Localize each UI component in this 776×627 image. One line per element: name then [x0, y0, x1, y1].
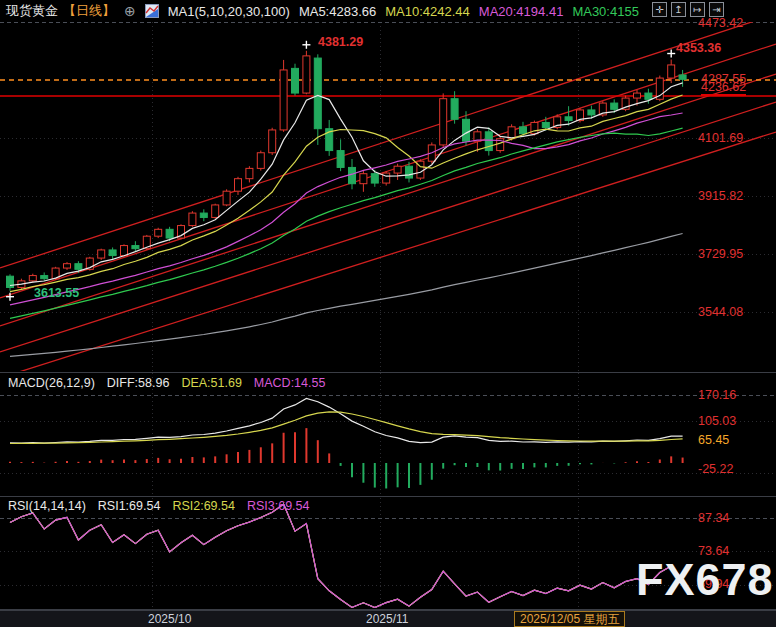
y-axis-label: 3544.08	[698, 305, 743, 319]
candle	[634, 93, 641, 98]
macd-macd-value: MACD:14.55	[254, 376, 326, 390]
candle	[223, 191, 230, 205]
price-chart-canvas[interactable]	[0, 0, 776, 627]
macd-dea-value: DEA:51.69	[181, 376, 241, 390]
candle	[668, 65, 675, 78]
rsi-title: RSI(14,14,14)	[8, 499, 86, 513]
trend-lines	[0, 14, 776, 378]
symbol-name: 现货黄金	[6, 2, 58, 20]
macd-diff-value: DIFF:58.96	[107, 376, 170, 390]
fx678-watermark: FX678	[636, 554, 774, 606]
recent-high-label: 4353.36	[676, 41, 721, 55]
candle	[200, 213, 207, 217]
macd-axis-label: 170.16	[698, 388, 736, 402]
candle	[349, 167, 356, 183]
candle	[451, 99, 458, 120]
move-icon[interactable]: ✛	[652, 2, 667, 17]
rsi-header: RSI(14,14,14) RSI1:69.54 RSI2:69.54 RSI3…	[8, 499, 309, 513]
candle	[314, 58, 321, 129]
rsi-axis-label: 87.34	[698, 511, 729, 525]
candle	[75, 264, 82, 270]
rsi3-value: RSI3:69.54	[247, 499, 310, 513]
candle	[155, 229, 162, 236]
candle	[565, 117, 572, 121]
candle	[406, 166, 413, 178]
latest-date-label: 2025/12/05 星期五	[514, 611, 625, 627]
auto-scale-icon[interactable]: ↥	[671, 2, 686, 17]
time-axis-label: 2025/10	[148, 612, 191, 626]
time-axis: 2025/10 2025/11 2025/12/05 星期五	[0, 610, 776, 627]
ma5-value: MA5:4283.66	[299, 4, 376, 19]
candle	[98, 250, 105, 258]
candle	[189, 213, 196, 226]
candle	[520, 127, 527, 134]
candle	[337, 151, 344, 168]
y-axis-label: 3729.95	[698, 247, 743, 261]
y-axis-label: 4101.69	[698, 131, 743, 145]
candle	[292, 68, 299, 93]
expand-icon[interactable]: ⊕	[124, 4, 136, 18]
candle	[246, 168, 253, 178]
candle	[645, 93, 652, 99]
y-axis-label: 3915.82	[698, 189, 743, 203]
candle	[109, 250, 116, 256]
candle	[588, 110, 595, 115]
candle	[41, 276, 48, 279]
candle	[542, 122, 549, 127]
candle	[257, 153, 264, 169]
candle	[132, 246, 139, 249]
candle	[235, 179, 242, 192]
chart-window: 现货黄金 【日线】 ⊕ MA1(5,10,20,30,100) MA5:4283…	[0, 0, 776, 627]
timeframe-label: 【日线】	[63, 2, 115, 20]
candle	[121, 246, 128, 256]
level-price-label: 4236.62	[701, 80, 746, 96]
chart-header: 现货黄金 【日线】 ⊕ MA1(5,10,20,30,100) MA5:4283…	[6, 2, 639, 20]
candle	[679, 75, 686, 79]
rsi2-value: RSI2:69.54	[172, 499, 235, 513]
candle	[463, 119, 470, 141]
macd-title: MACD(26,12,9)	[8, 376, 95, 390]
gridlines	[0, 22, 776, 610]
candle	[29, 276, 36, 281]
peak-price-label: 4381.29	[318, 35, 363, 49]
indicator-chart-icon[interactable]	[145, 4, 159, 18]
rsi-plot	[10, 504, 683, 607]
ma-lines	[10, 83, 683, 357]
candle	[383, 173, 390, 183]
candle	[371, 174, 378, 183]
candle	[394, 166, 401, 173]
ma30-value: MA30:4155	[572, 4, 639, 19]
macd-current-label: 65.45	[698, 433, 729, 447]
chart-toolbar: ✛ ↥ ↦ ⇥	[652, 2, 724, 17]
macd-plot	[10, 399, 683, 489]
ma10-value: MA10:4242.44	[385, 4, 470, 19]
candle	[280, 70, 287, 130]
low-price-label: 3613.55	[34, 286, 79, 300]
candle	[269, 130, 276, 153]
candle	[303, 56, 310, 93]
macd-axis-label: 105.03	[698, 414, 736, 428]
macd-header: MACD(26,12,9) DIFF:58.96 DEA:51.69 MACD:…	[8, 376, 325, 390]
time-axis-label: 2025/11	[366, 612, 409, 626]
candle	[360, 174, 367, 184]
candle	[212, 205, 219, 218]
candle	[611, 103, 618, 109]
pan-right-icon[interactable]: ↦	[690, 2, 705, 17]
ma20-value: MA20:4194.41	[479, 4, 564, 19]
go-to-latest-icon[interactable]: ⇥	[709, 2, 724, 17]
candle	[166, 229, 173, 238]
candle	[64, 264, 71, 268]
macd-axis-label: -25.22	[698, 462, 733, 476]
ma-settings-label: MA1(5,10,20,30,100)	[168, 4, 290, 19]
y-axis-label: 4473.42	[698, 16, 743, 30]
candle	[440, 99, 447, 145]
rsi1-value: RSI1:69.54	[98, 499, 161, 513]
